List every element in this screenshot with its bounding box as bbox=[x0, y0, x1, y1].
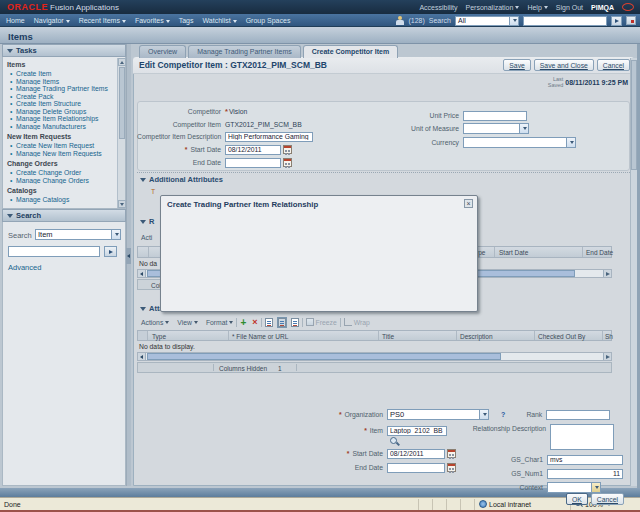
collapse-icon[interactable] bbox=[7, 214, 13, 218]
column-description[interactable]: Description bbox=[460, 333, 493, 340]
column-shared-partial[interactable]: Sh bbox=[605, 333, 613, 340]
notifications-count[interactable]: (128) bbox=[408, 17, 424, 24]
export-icon[interactable] bbox=[265, 318, 273, 327]
sidebar-search-scope-select[interactable]: Item bbox=[35, 229, 121, 240]
search-go-button[interactable] bbox=[611, 16, 622, 26]
dialog-end-date-input[interactable] bbox=[387, 463, 445, 473]
organization-select[interactable]: PS0 bbox=[387, 409, 489, 420]
calendar-icon[interactable] bbox=[447, 449, 456, 458]
task-link[interactable]: Create Pack bbox=[3, 93, 115, 101]
description-input[interactable] bbox=[225, 132, 313, 142]
close-icon[interactable]: × bbox=[464, 199, 473, 208]
menu-favorites[interactable]: Favorites bbox=[135, 17, 170, 24]
scroll-up-button[interactable] bbox=[118, 58, 126, 66]
task-link[interactable]: Create New Item Request bbox=[3, 142, 115, 150]
column-file-name[interactable]: * File Name or URL bbox=[232, 333, 288, 340]
task-link[interactable]: Create Change Order bbox=[3, 169, 115, 177]
dropdown-button[interactable] bbox=[519, 124, 528, 133]
dropdown-button[interactable] bbox=[509, 17, 518, 25]
add-row-icon[interactable]: + bbox=[240, 318, 246, 327]
end-date-input[interactable] bbox=[225, 158, 281, 168]
rank-input[interactable] bbox=[546, 410, 610, 420]
item-input[interactable] bbox=[387, 426, 447, 436]
scroll-right-button[interactable] bbox=[603, 270, 611, 277]
link-accessibility[interactable]: Accessibility bbox=[419, 4, 457, 11]
menu-recent-items[interactable]: Recent Items bbox=[79, 17, 126, 24]
relationships-header-partial[interactable]: R bbox=[140, 217, 154, 226]
calendar-icon[interactable] bbox=[283, 158, 292, 167]
collapse-icon[interactable] bbox=[7, 49, 13, 53]
menu-watchlist[interactable]: Watchlist bbox=[203, 17, 237, 24]
collapse-icon[interactable] bbox=[140, 307, 146, 311]
help-icon[interactable]: ? bbox=[501, 411, 505, 418]
column-type[interactable]: Type bbox=[152, 333, 166, 340]
tab-overview[interactable]: Overview bbox=[139, 45, 186, 58]
menu-group-spaces[interactable]: Group Spaces bbox=[246, 17, 291, 24]
start-date-input[interactable] bbox=[225, 145, 281, 155]
task-link[interactable]: Manage Catalogs bbox=[3, 196, 115, 204]
column-end-date[interactable]: End Date bbox=[586, 249, 613, 256]
actions-menu[interactable]: Actions bbox=[141, 319, 169, 326]
sidebar-search-go-button[interactable] bbox=[104, 246, 117, 257]
search-panel-header[interactable]: Search bbox=[2, 209, 126, 222]
scroll-left-button[interactable] bbox=[138, 353, 146, 360]
advanced-search-link[interactable]: Advanced bbox=[8, 263, 41, 272]
scroll-right-button[interactable] bbox=[603, 353, 611, 360]
tasks-panel-header[interactable]: Tasks bbox=[2, 44, 126, 57]
panel-splitter[interactable] bbox=[126, 44, 131, 486]
collapse-icon[interactable] bbox=[140, 178, 146, 182]
scrollbar-thumb[interactable] bbox=[119, 67, 125, 139]
dialog-cancel-button[interactable]: Cancel bbox=[591, 493, 624, 505]
column-start-date[interactable]: Start Date bbox=[499, 249, 528, 256]
task-link[interactable]: Manage New Item Requests bbox=[3, 150, 115, 158]
scrollbar-thumb[interactable] bbox=[147, 353, 501, 360]
subtab-label-partial[interactable]: T bbox=[151, 188, 155, 195]
task-link[interactable]: Manage Items bbox=[3, 78, 115, 86]
relationship-description-textarea[interactable] bbox=[550, 424, 614, 450]
delete-row-icon[interactable]: × bbox=[252, 318, 257, 327]
save-and-close-button[interactable]: Save and Close bbox=[534, 59, 594, 71]
menu-help[interactable]: Help bbox=[527, 4, 547, 11]
task-link[interactable]: Manage Delete Groups bbox=[3, 108, 115, 116]
upload-icon[interactable] bbox=[278, 318, 286, 327]
currency-select[interactable] bbox=[463, 137, 576, 148]
dropdown-button[interactable] bbox=[479, 410, 488, 419]
freeze-button[interactable]: Freeze bbox=[316, 319, 337, 326]
splitter-collapse-button[interactable] bbox=[126, 248, 131, 264]
gs-num1-input[interactable] bbox=[547, 469, 623, 479]
tasks-scrollbar[interactable] bbox=[117, 58, 125, 208]
ok-button[interactable]: OK bbox=[566, 493, 588, 505]
download-icon[interactable] bbox=[291, 318, 299, 327]
dropdown-button[interactable] bbox=[591, 483, 600, 492]
relationships-actions-partial[interactable]: Acti bbox=[141, 234, 152, 241]
calendar-icon[interactable] bbox=[283, 145, 292, 154]
advanced-search-icon[interactable] bbox=[626, 16, 636, 25]
tab-manage-trading-partner-items[interactable]: Manage Trading Partner Items bbox=[188, 45, 301, 58]
link-sign-out[interactable]: Sign Out bbox=[556, 4, 583, 11]
attachments-hscrollbar[interactable] bbox=[137, 352, 612, 361]
task-link[interactable]: Manage Manufacturers bbox=[3, 123, 115, 131]
column-title[interactable]: Title bbox=[382, 333, 394, 340]
scroll-down-button[interactable] bbox=[118, 200, 126, 208]
task-link[interactable]: Manage Trading Partner Items bbox=[3, 85, 115, 93]
menu-tags[interactable]: Tags bbox=[179, 17, 194, 24]
wrap-button[interactable]: Wrap bbox=[354, 319, 370, 326]
calendar-icon[interactable] bbox=[447, 463, 456, 472]
menu-navigator[interactable]: Navigator bbox=[34, 17, 70, 24]
cancel-button[interactable]: Cancel bbox=[597, 59, 630, 71]
task-link[interactable]: Manage Item Relationships bbox=[3, 115, 115, 123]
task-link[interactable]: Manage Change Orders bbox=[3, 177, 115, 185]
task-link[interactable]: Create Item bbox=[3, 70, 115, 78]
gs-char1-input[interactable] bbox=[547, 455, 623, 465]
unit-price-input[interactable] bbox=[463, 111, 527, 121]
save-button[interactable]: Save bbox=[503, 59, 531, 71]
main-scrollbar[interactable] bbox=[630, 58, 637, 486]
sidebar-search-input[interactable] bbox=[8, 246, 100, 257]
dropdown-button[interactable] bbox=[111, 230, 120, 239]
uom-select[interactable] bbox=[463, 123, 529, 134]
scroll-left-button[interactable] bbox=[138, 270, 146, 277]
search-scope-select[interactable]: All bbox=[455, 16, 519, 26]
format-menu[interactable]: Format bbox=[206, 319, 234, 326]
menu-personalization[interactable]: Personalization bbox=[466, 4, 520, 11]
scrollbar-thumb[interactable] bbox=[631, 60, 637, 170]
